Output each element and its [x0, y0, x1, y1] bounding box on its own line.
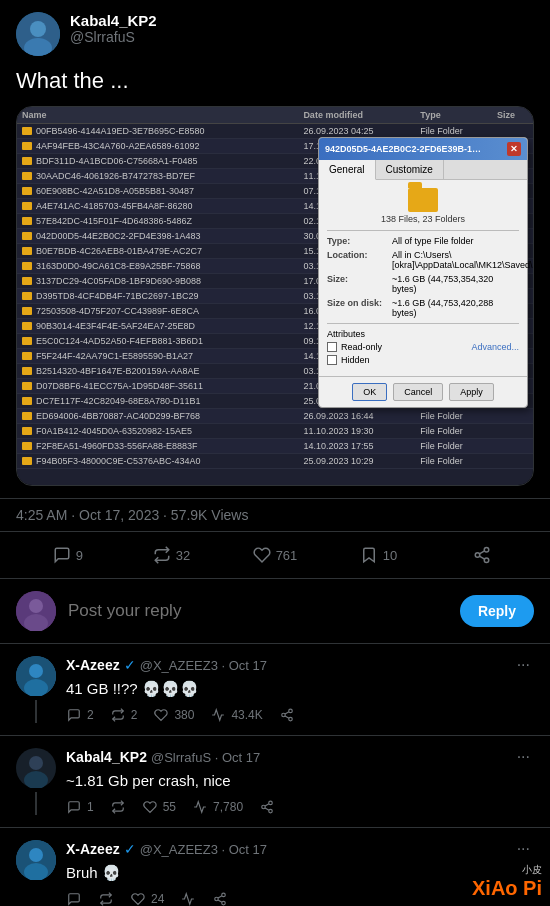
dialog-tab-general[interactable]: General — [319, 160, 376, 180]
reply-1-actions: 2 2 380 43.4K — [66, 707, 534, 723]
reply-1-verified-badge: ✓ — [124, 657, 136, 673]
reply-3-share-action[interactable] — [212, 891, 228, 906]
table-cell: B0E7BDB-4C26AEB8-01BA479E-AC2C7 — [17, 244, 298, 259]
reply-input-avatar — [16, 591, 56, 631]
table-cell: File Folder — [415, 424, 492, 439]
table-row[interactable]: F94B05F3-48000C9E-C5376ABC-434A025.09.20… — [17, 454, 533, 469]
reply-2-share-icon — [259, 799, 275, 815]
big-folder-icon — [408, 188, 438, 212]
reply-1-retweet-count: 2 — [131, 708, 138, 722]
svg-point-20 — [29, 756, 43, 770]
reply-input-field[interactable] — [68, 601, 448, 621]
tweet-author-avatar[interactable] — [16, 12, 60, 56]
reply-2-avatar[interactable] — [16, 748, 56, 788]
table-cell: F0A1B412-4045D0A-63520982-15AE5 — [17, 424, 298, 439]
dialog-title-text: 942D05D5-4AE2B0C2-2FD6E39B-1A4E3... Prop… — [325, 144, 485, 154]
reply-2-name[interactable]: Kabal4_KP2 — [66, 749, 147, 765]
reply-1-username-time: @X_AZEEZ3 · Oct 17 — [140, 658, 267, 673]
reply-1-retweet-action[interactable]: 2 — [110, 707, 138, 723]
readonly-checkbox[interactable] — [327, 342, 337, 352]
table-cell: 72503508-4D75F207-CC43989F-6E8CA — [17, 304, 298, 319]
reply-2-retweet-action[interactable] — [110, 799, 126, 815]
reply-2-retweet-icon — [110, 799, 126, 815]
col-type: Type — [415, 107, 492, 124]
table-row[interactable]: F0A1B412-4045D0A-63520982-15AE511.10.202… — [17, 424, 533, 439]
reply-1-avatar[interactable] — [16, 656, 56, 696]
table-cell: 30AADC46-4061926-B7472783-BD7EF — [17, 169, 298, 184]
reply-1-retweet-icon — [110, 707, 126, 723]
reply-2-share-action[interactable] — [259, 799, 275, 815]
svg-point-15 — [282, 713, 286, 717]
reply-1-more-button[interactable]: ··· — [513, 656, 534, 674]
tweet-author-username[interactable]: @SlrrafuS — [70, 29, 157, 45]
advanced-button[interactable]: Advanced... — [471, 342, 519, 352]
like-action-button[interactable]: 761 — [223, 536, 327, 574]
bookmark-icon — [360, 546, 378, 564]
reply-3-header: X-Azeez ✓ @X_AZEEZ3 · Oct 17 ··· — [66, 840, 534, 858]
reply-3-views-action[interactable] — [180, 891, 196, 906]
reply-3-like-action[interactable]: 24 — [130, 891, 164, 906]
retweet-action-button[interactable]: 32 — [120, 536, 224, 574]
dialog-disksize-label: Size on disk: — [327, 298, 392, 308]
hidden-checkbox[interactable] — [327, 355, 337, 365]
reply-3-reply-action[interactable] — [66, 891, 82, 906]
table-cell: F94B05F3-48000C9E-C5376ABC-434A0 — [17, 454, 298, 469]
reply-3-name[interactable]: X-Azeez — [66, 841, 120, 857]
table-cell: 00FB5496-4144A19ED-3E7B695C-E8580 — [17, 124, 298, 139]
table-cell: 90B3014-4E3F4F4E-5AF24EA7-25E8D — [17, 319, 298, 334]
reply-2-reply-action[interactable]: 1 — [66, 799, 94, 815]
reply-3-text: Bruh 💀 — [66, 862, 534, 883]
dialog-disksize-row: Size on disk: ~1.6 GB (44,753,420,288 by… — [327, 298, 519, 318]
attributes-text: Attributes — [327, 329, 365, 339]
svg-point-16 — [289, 717, 293, 721]
dialog-hidden-row: Hidden — [327, 355, 519, 365]
reply-3-avatar[interactable] — [16, 840, 56, 880]
table-cell: 4AF94FEB-43C4A760-A2EA6589-61092 — [17, 139, 298, 154]
reply-1-name[interactable]: X-Azeez — [66, 657, 120, 673]
svg-point-3 — [484, 548, 489, 553]
dialog-readonly-row: Read-only Advanced... — [327, 342, 519, 352]
svg-point-23 — [262, 805, 266, 809]
dialog-buttons: OK Cancel Apply — [319, 376, 527, 407]
reply-3-more-button[interactable]: ··· — [513, 840, 534, 858]
reply-submit-button[interactable]: Reply — [460, 595, 534, 627]
dialog-tab-customize[interactable]: Customize — [376, 160, 444, 179]
tweet-header: Kabal4_KP2 @SlrrafuS — [0, 0, 550, 64]
reply-2-views-action[interactable]: 7,780 — [192, 799, 243, 815]
reply-1-reply-action[interactable]: 2 — [66, 707, 94, 723]
col-date: Date modified — [298, 107, 415, 124]
reply-1-views-action[interactable]: 43.4K — [210, 707, 262, 723]
bookmark-action-button[interactable]: 10 — [327, 536, 431, 574]
dialog-apply-button[interactable]: Apply — [449, 383, 494, 401]
tweet-author-name[interactable]: Kabal4_KP2 — [70, 12, 157, 29]
dialog-size-row: Size: ~1.6 GB (44,753,354,320 bytes) — [327, 274, 519, 294]
svg-point-1 — [30, 21, 46, 37]
reply-3-content: X-Azeez ✓ @X_AZEEZ3 · Oct 17 ··· Bruh 💀 — [66, 840, 534, 906]
reply-3-actions: 24 — [66, 891, 534, 906]
reply-1-views-icon — [210, 707, 226, 723]
properties-dialog: 942D05D5-4AE2B0C2-2FD6E39B-1A4E3... Prop… — [318, 137, 528, 408]
reply-3-like-icon — [130, 891, 146, 906]
dialog-close-button[interactable]: ✕ — [507, 142, 521, 156]
reply-3-views-icon — [180, 891, 196, 906]
dialog-body: 138 Files, 23 Folders Type: All of type … — [319, 180, 527, 376]
table-row[interactable]: ED694006-4BB70887-AC40D299-BF76826.09.20… — [17, 409, 533, 424]
reply-1-share-action[interactable] — [279, 707, 295, 723]
reply-count: 9 — [76, 548, 83, 563]
reply-3-retweet-action[interactable] — [98, 891, 114, 906]
dialog-folder-icon-area: 138 Files, 23 Folders — [327, 188, 519, 224]
svg-point-32 — [222, 901, 226, 905]
reply-1-reply-icon — [66, 707, 82, 723]
share-action-button[interactable] — [430, 536, 534, 574]
reply-1-like-icon — [153, 707, 169, 723]
retweet-icon — [153, 546, 171, 564]
reply-2-like-action[interactable]: 55 — [142, 799, 176, 815]
dialog-ok-button[interactable]: OK — [352, 383, 387, 401]
svg-line-34 — [218, 896, 222, 898]
reply-action-button[interactable]: 9 — [16, 536, 120, 574]
dialog-cancel-button[interactable]: Cancel — [393, 383, 443, 401]
reply-2-more-button[interactable]: ··· — [513, 748, 534, 766]
table-row[interactable]: F2F8EA51-4960FD33-556FA88-E8883F14.10.20… — [17, 439, 533, 454]
reply-1-like-action[interactable]: 380 — [153, 707, 194, 723]
reply-3-share-icon — [212, 891, 228, 906]
